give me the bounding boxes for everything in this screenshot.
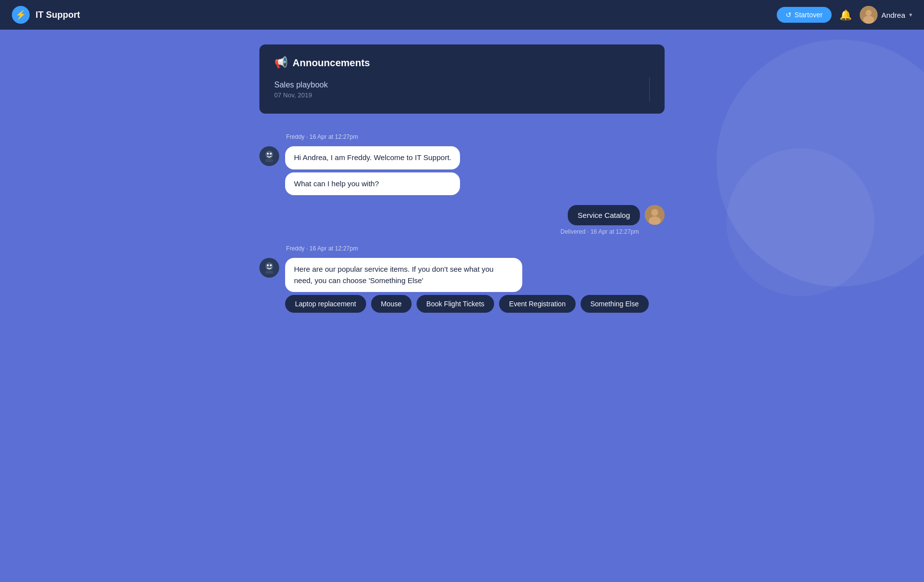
navbar: ⚡ IT Support ↺ Startover 🔔 Andrea ▾ bbox=[0, 0, 924, 30]
svg-point-1 bbox=[866, 10, 872, 16]
mouse-button[interactable]: Mouse bbox=[371, 295, 412, 313]
user-avatar-image bbox=[645, 205, 665, 225]
svg-point-2 bbox=[863, 16, 874, 24]
user-bubble: Service Catalog bbox=[568, 205, 640, 225]
greeting-bubble-1: Hi Andrea, I am Freddy. Welcome to IT Su… bbox=[285, 146, 460, 169]
bot-response-bubbles: Here are our popular service items. If y… bbox=[285, 258, 522, 292]
announcements-title: Announcements bbox=[293, 57, 370, 69]
navbar-left: ⚡ IT Support bbox=[12, 6, 80, 24]
svg-point-6 bbox=[270, 153, 272, 155]
lightning-icon: ⚡ bbox=[15, 9, 26, 20]
user-message-group: Service Catalog Delivered · 16 Apr at 12… bbox=[259, 205, 665, 235]
refresh-icon: ↺ bbox=[786, 11, 792, 19]
app-icon: ⚡ bbox=[12, 6, 30, 24]
announcement-item: Sales playbook 07 Nov, 2019 bbox=[274, 81, 639, 99]
bot-bubbles: Hi Andrea, I am Freddy. Welcome to IT Su… bbox=[285, 146, 460, 195]
svg-point-13 bbox=[267, 264, 269, 266]
announcement-name: Sales playbook bbox=[274, 81, 639, 89]
svg-rect-7 bbox=[265, 159, 273, 162]
svg-point-14 bbox=[270, 264, 272, 266]
user-profile[interactable]: Andrea ▾ bbox=[860, 6, 912, 24]
bot-avatar-image bbox=[260, 147, 278, 165]
bot-first-message-group: Freddy · 16 Apr at 12:27pm Hi Andrea, I … bbox=[259, 133, 665, 195]
chevron-down-icon: ▾ bbox=[909, 11, 912, 18]
bot-message-row: Hi Andrea, I am Freddy. Welcome to IT Su… bbox=[259, 146, 665, 195]
something-else-button[interactable]: Something Else bbox=[581, 295, 649, 313]
first-timestamp: Freddy · 16 Apr at 12:27pm bbox=[286, 133, 665, 140]
greeting-bubble-2: What can I help you with? bbox=[285, 172, 460, 196]
avatar-image bbox=[860, 6, 878, 24]
bot-avatar bbox=[259, 146, 279, 166]
chat-area: Freddy · 16 Apr at 12:27pm Hi Andrea, I … bbox=[259, 133, 665, 313]
action-buttons: Laptop replacement Mouse Book Flight Tic… bbox=[285, 295, 665, 313]
bot-response-row: Here are our popular service items. If y… bbox=[259, 258, 665, 292]
announcements-header: 📢 Announcements bbox=[274, 56, 650, 69]
book-flight-button[interactable]: Book Flight Tickets bbox=[417, 295, 495, 313]
avatar bbox=[860, 6, 878, 24]
announcement-date: 07 Nov, 2019 bbox=[274, 91, 639, 99]
bot-avatar-2 bbox=[259, 258, 279, 278]
svg-point-9 bbox=[651, 209, 658, 216]
notification-icon[interactable]: 🔔 bbox=[840, 9, 852, 21]
app-title: IT Support bbox=[36, 10, 80, 20]
second-timestamp: Freddy · 16 Apr at 12:27pm bbox=[286, 245, 665, 252]
svg-point-5 bbox=[267, 153, 269, 155]
event-registration-button[interactable]: Event Registration bbox=[499, 295, 575, 313]
bot-response-bubble: Here are our popular service items. If y… bbox=[285, 258, 522, 292]
bot-avatar-image-2 bbox=[260, 259, 278, 277]
bot-second-message-group: Freddy · 16 Apr at 12:27pm Here are our … bbox=[259, 245, 665, 313]
user-name: Andrea bbox=[882, 11, 905, 19]
startover-button[interactable]: ↺ Startover bbox=[777, 7, 832, 23]
navbar-right: ↺ Startover 🔔 Andrea ▾ bbox=[777, 6, 912, 24]
main-content: 📢 Announcements Sales playbook 07 Nov, 2… bbox=[0, 30, 924, 328]
announcements-panel: 📢 Announcements Sales playbook 07 Nov, 2… bbox=[259, 44, 665, 114]
startover-label: Startover bbox=[795, 11, 823, 19]
svg-rect-15 bbox=[265, 271, 273, 274]
announcements-content: Sales playbook 07 Nov, 2019 bbox=[274, 77, 650, 102]
delivered-text: Delivered · 16 Apr at 12:27pm bbox=[560, 228, 639, 235]
user-message-row: Service Catalog bbox=[568, 205, 665, 225]
announcement-divider bbox=[649, 77, 650, 102]
laptop-replacement-button[interactable]: Laptop replacement bbox=[285, 295, 366, 313]
announcements-icon: 📢 bbox=[274, 56, 288, 69]
user-avatar-small bbox=[645, 205, 665, 225]
